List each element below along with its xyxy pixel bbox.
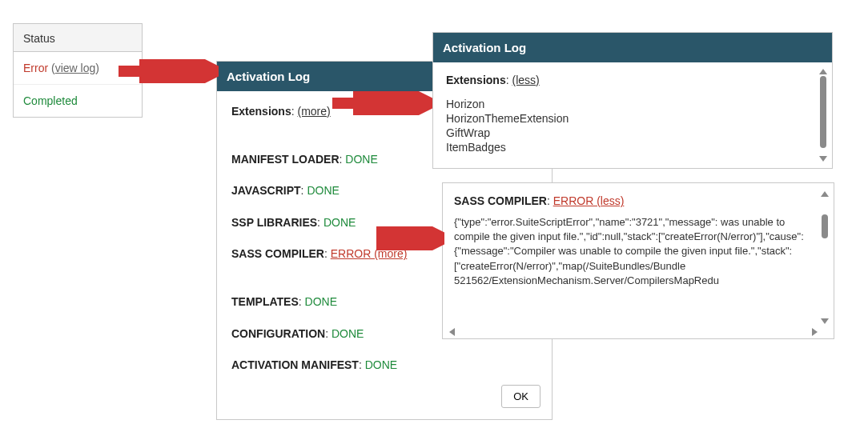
scroll-left-icon[interactable] xyxy=(449,328,455,336)
scroll-down-icon[interactable] xyxy=(821,318,829,324)
error-less-link[interactable]: ERROR (less) xyxy=(553,194,625,207)
error-detail-panel: SASS COMPILER: ERROR (less) {"type":"err… xyxy=(442,182,834,339)
extensions-list: HorizonHorizonThemeExtensionGiftWrapItem… xyxy=(446,98,811,154)
status-completed-label: Completed xyxy=(23,94,78,107)
step-label: JAVASCRIPT xyxy=(231,184,301,197)
step-label: CONFIGURATION xyxy=(231,327,325,340)
scroll-up-icon[interactable] xyxy=(821,191,829,197)
extension-item: GiftWrap xyxy=(446,126,811,139)
scroll-up-icon[interactable] xyxy=(819,69,827,74)
error-body-text: {"type":"error.SuiteScriptError","name":… xyxy=(454,215,814,288)
step-status: DONE xyxy=(345,153,377,166)
scroll-right-icon[interactable] xyxy=(812,328,818,336)
scrollbar-vertical[interactable] xyxy=(819,191,830,324)
extension-item: ItemBadges xyxy=(446,141,811,154)
step-line: ACTIVATION MANIFEST: DONE xyxy=(231,358,537,374)
extensions-more-link[interactable]: (more) xyxy=(297,105,330,118)
step-error-more-link[interactable]: ERROR (more) xyxy=(331,247,408,260)
status-header: Status xyxy=(14,24,142,52)
step-status: DONE xyxy=(365,358,397,371)
view-log-link[interactable]: view log xyxy=(55,62,96,74)
ext-panel-title: Activation Log xyxy=(433,33,832,62)
step-label: TEMPLATES xyxy=(231,295,299,308)
status-row-error: Error (view log) xyxy=(14,52,142,85)
scrollbar-horizontal[interactable] xyxy=(449,327,818,337)
step-label: SASS COMPILER xyxy=(231,247,324,260)
error-panel-label: SASS COMPILER xyxy=(454,194,547,207)
extensions-less-link[interactable]: (less) xyxy=(512,74,539,86)
step-status: DONE xyxy=(332,327,364,340)
scrollbar-vertical[interactable] xyxy=(818,69,829,162)
ext-panel-label: Extensions xyxy=(446,74,506,86)
step-status: DONE xyxy=(307,184,339,197)
step-label: ACTIVATION MANIFEST xyxy=(231,358,359,371)
ok-button[interactable]: OK xyxy=(501,385,540,408)
step-label: SSP LIBRARIES xyxy=(231,216,317,229)
extensions-label: Extensions xyxy=(231,105,291,118)
extension-item: HorizonThemeExtension xyxy=(446,112,811,125)
ext-panel-body: Extensions: (less) HorizonHorizonThemeEx… xyxy=(433,62,832,168)
status-row-completed: Completed xyxy=(14,85,142,117)
extension-item: Horizon xyxy=(446,98,811,110)
step-label: MANIFEST LOADER xyxy=(231,153,340,166)
extensions-expanded-panel: Activation Log Extensions: (less) Horizo… xyxy=(432,32,833,169)
step-status: DONE xyxy=(305,295,337,308)
step-status: DONE xyxy=(323,216,356,229)
scroll-down-icon[interactable] xyxy=(819,156,827,162)
dialog-button-row: OK xyxy=(217,385,552,419)
status-error-label: Error xyxy=(23,62,48,74)
status-panel: Status Error (view log) Completed xyxy=(13,23,143,118)
close-paren: ) xyxy=(95,62,99,74)
